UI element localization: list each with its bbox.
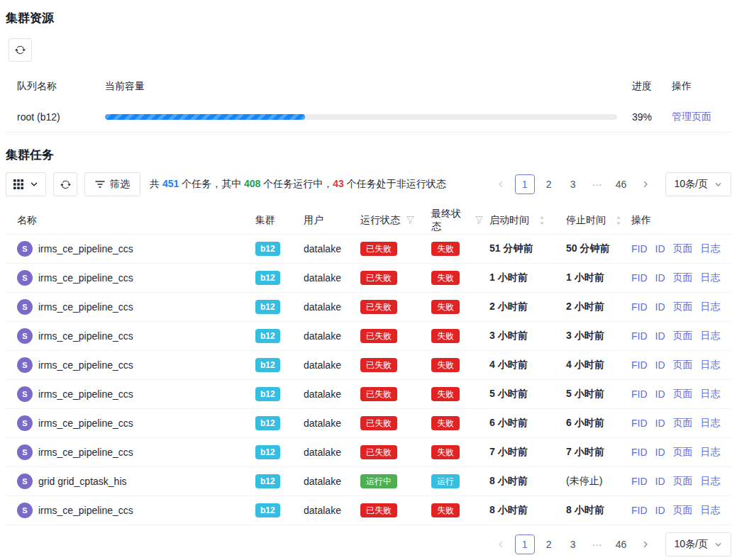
- run-status-badge: 已失败: [360, 416, 397, 430]
- table-row: Sirms_ce_pipeline_ccs b12 datalake 已失败 失…: [6, 409, 731, 438]
- sort-icon[interactable]: [616, 215, 621, 225]
- refresh-button[interactable]: [53, 172, 77, 196]
- page-link[interactable]: 页面: [673, 330, 693, 342]
- pagination-ellipsis: ···: [587, 174, 607, 194]
- log-link[interactable]: 日志: [701, 301, 721, 313]
- fid-link[interactable]: FID: [631, 388, 648, 400]
- fid-link[interactable]: FID: [631, 243, 648, 254]
- log-link[interactable]: 日志: [701, 446, 721, 459]
- start-time: 1 小时前: [489, 271, 528, 284]
- log-link[interactable]: 日志: [701, 330, 721, 342]
- page-button-1[interactable]: 1: [515, 174, 535, 194]
- id-link[interactable]: ID: [655, 272, 665, 284]
- tasks-section-title: 集群任务: [6, 147, 731, 163]
- start-time: 3 小时前: [489, 330, 528, 342]
- cluster-badge: b12: [255, 271, 280, 285]
- stop-time: 7 小时前: [566, 446, 604, 459]
- total-tasks-count: 451: [162, 178, 179, 189]
- start-time: 51 分钟前: [489, 242, 533, 255]
- prev-page-button[interactable]: [491, 174, 511, 194]
- start-time: 8 小时前: [489, 504, 528, 517]
- filter-funnel-icon[interactable]: [406, 215, 415, 225]
- tasks-summary: 共 451 个任务，其中 408 个任务运行中，43 个任务处于非运行状态: [150, 178, 446, 191]
- log-link[interactable]: 日志: [701, 475, 721, 488]
- final-status-badge: 失败: [431, 387, 460, 401]
- filter-funnel-icon[interactable]: [475, 215, 484, 225]
- fid-link[interactable]: FID: [631, 330, 648, 342]
- fid-link[interactable]: FID: [631, 447, 648, 458]
- fid-link[interactable]: FID: [631, 476, 648, 487]
- id-link[interactable]: ID: [655, 301, 665, 313]
- run-status-badge: 已失败: [360, 503, 397, 517]
- next-page-button[interactable]: [636, 174, 655, 194]
- fid-link[interactable]: FID: [631, 505, 648, 516]
- page-link[interactable]: 页面: [673, 271, 693, 284]
- fid-link[interactable]: FID: [631, 418, 648, 429]
- sort-icon[interactable]: [539, 215, 545, 225]
- page-button-1[interactable]: 1: [515, 534, 535, 554]
- page-link[interactable]: 页面: [673, 475, 693, 488]
- page-link[interactable]: 页面: [673, 359, 693, 371]
- actions-header: 操作: [666, 80, 731, 93]
- avatar: S: [17, 503, 33, 518]
- prev-page-button[interactable]: [491, 534, 511, 554]
- page-size-select[interactable]: 10条/页: [665, 172, 731, 196]
- id-link[interactable]: ID: [655, 505, 665, 516]
- fid-link[interactable]: FID: [631, 359, 648, 371]
- id-link[interactable]: ID: [655, 447, 665, 458]
- page-link[interactable]: 页面: [673, 504, 693, 517]
- cluster-badge: b12: [255, 300, 280, 314]
- fid-link[interactable]: FID: [631, 301, 648, 313]
- next-page-button[interactable]: [636, 534, 655, 554]
- table-row: Sirms_ce_pipeline_ccs b12 datalake 已失败 失…: [6, 496, 731, 525]
- resources-section-title: 集群资源: [6, 0, 731, 26]
- user-name: datalake: [304, 388, 341, 400]
- table-row: Sirms_ce_pipeline_ccs b12 datalake 已失败 失…: [6, 438, 731, 467]
- log-link[interactable]: 日志: [701, 242, 721, 255]
- task-name: irms_ce_pipeline_ccs: [38, 301, 133, 313]
- page-size-select[interactable]: 10条/页: [665, 532, 731, 556]
- name-header: 名称: [6, 214, 250, 227]
- task-name: irms_ce_pipeline_ccs: [38, 388, 133, 400]
- page-button-46[interactable]: 46: [611, 174, 631, 194]
- log-link[interactable]: 日志: [701, 504, 721, 517]
- columns-grid-dropdown-button[interactable]: [6, 172, 46, 196]
- log-link[interactable]: 日志: [701, 388, 721, 401]
- id-link[interactable]: ID: [655, 418, 665, 429]
- fid-link[interactable]: FID: [631, 272, 648, 284]
- pagination-bottom: 1 2 3 ··· 46 10条/页: [491, 532, 731, 556]
- log-link[interactable]: 日志: [701, 417, 721, 430]
- final-status-badge: 失败: [431, 503, 460, 517]
- log-link[interactable]: 日志: [701, 271, 721, 284]
- page-link[interactable]: 页面: [673, 301, 693, 313]
- filter-button[interactable]: 筛选: [84, 172, 140, 196]
- final-status-badge: 运行: [431, 474, 460, 488]
- refresh-button[interactable]: [9, 38, 32, 62]
- final-status-badge: 失败: [431, 416, 460, 430]
- id-link[interactable]: ID: [655, 243, 665, 254]
- page-button-3[interactable]: 3: [563, 174, 583, 194]
- page-button-2[interactable]: 2: [539, 174, 559, 194]
- page-button-46[interactable]: 46: [611, 534, 631, 554]
- page-button-2[interactable]: 2: [539, 534, 559, 554]
- run-status-badge: 已失败: [360, 387, 397, 401]
- page-link[interactable]: 页面: [673, 446, 693, 459]
- run-status-badge: 已失败: [360, 271, 397, 285]
- page-link[interactable]: 页面: [673, 242, 693, 255]
- id-link[interactable]: ID: [655, 359, 665, 371]
- start-time: 6 小时前: [489, 417, 528, 430]
- page-button-3[interactable]: 3: [563, 534, 583, 554]
- id-link[interactable]: ID: [655, 330, 665, 342]
- id-link[interactable]: ID: [655, 476, 665, 487]
- page-link[interactable]: 页面: [673, 388, 693, 401]
- page-link[interactable]: 页面: [673, 417, 693, 430]
- log-link[interactable]: 日志: [701, 359, 721, 371]
- run-status-badge: 已失败: [360, 358, 397, 372]
- ops-header: 操作: [626, 214, 731, 227]
- refresh-icon: [15, 45, 26, 55]
- manage-page-link[interactable]: 管理页面: [672, 111, 711, 122]
- id-link[interactable]: ID: [655, 388, 665, 400]
- table-row: Sirms_ce_pipeline_ccs b12 datalake 已失败 失…: [6, 322, 731, 351]
- queue-name: root (b12): [6, 111, 105, 123]
- stop-time: 1 小时前: [566, 271, 604, 284]
